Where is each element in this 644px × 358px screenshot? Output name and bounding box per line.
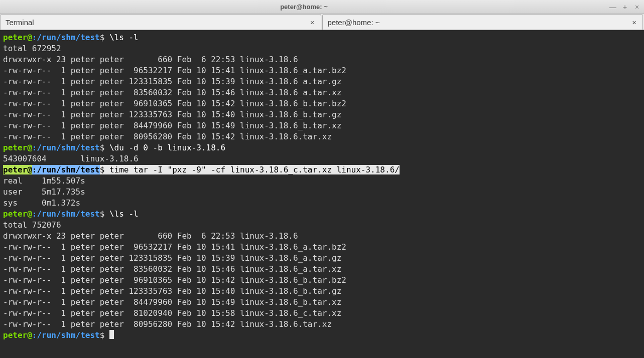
terminal-line: real 1m55.507s	[3, 175, 641, 187]
window-titlebar: peter@home: ~ — + ×	[0, 0, 644, 14]
terminal-line: user 5m17.735s	[3, 187, 641, 198]
tab-terminal[interactable]: Terminal ×	[0, 14, 321, 30]
close-icon[interactable]: ×	[309, 18, 316, 27]
terminal-line: -rw-rw-r-- 1 peter peter 123335763 Feb 1…	[3, 109, 641, 120]
terminal-line: peter@:/run/shm/test$ \ls -l	[3, 209, 641, 220]
window-title: peter@home: ~	[3, 3, 605, 11]
terminal-line: total 752076	[3, 220, 641, 231]
terminal-line: sys 0m1.372s	[3, 198, 641, 209]
terminal-line: -rw-rw-r-- 1 peter peter 123315835 Feb 1…	[3, 253, 641, 264]
tab-label: peter@home: ~	[328, 18, 631, 27]
terminal-line: total 672952	[3, 43, 641, 54]
terminal-line: peter@:/run/shm/test$ \ls -l	[3, 32, 641, 43]
terminal-line: peter@:/run/shm/test$ \du -d 0 -b linux-…	[3, 142, 641, 153]
minimize-button[interactable]: —	[609, 3, 617, 11]
maximize-button[interactable]: +	[621, 3, 629, 11]
tab-shell[interactable]: peter@home: ~ ×	[322, 14, 643, 30]
cursor-icon	[109, 330, 114, 339]
terminal-line: 543007604 linux-3.18.6	[3, 153, 641, 164]
terminal-line: -rw-rw-r-- 1 peter peter 123315835 Feb 1…	[3, 76, 641, 87]
terminal-line: -rw-rw-r-- 1 peter peter 96910365 Feb 10…	[3, 98, 641, 109]
terminal-line: -rw-rw-r-- 1 peter peter 84479960 Feb 10…	[3, 120, 641, 131]
tab-label: Terminal	[6, 18, 309, 27]
terminal-line: -rw-rw-r-- 1 peter peter 96532217 Feb 10…	[3, 65, 641, 76]
terminal-line: drwxrwxr-x 23 peter peter 660 Feb 6 22:5…	[3, 54, 641, 65]
terminal-line: -rw-rw-r-- 1 peter peter 96910365 Feb 10…	[3, 275, 641, 286]
terminal-line-highlighted: peter@:/run/shm/test$ time tar -I "pxz -…	[3, 164, 641, 175]
terminal-line: -rw-rw-r-- 1 peter peter 81020940 Feb 10…	[3, 308, 641, 319]
terminal-line: peter@:/run/shm/test$	[3, 330, 641, 341]
terminal-line: -rw-rw-r-- 1 peter peter 83560032 Feb 10…	[3, 87, 641, 98]
terminal-line: -rw-rw-r-- 1 peter peter 84479960 Feb 10…	[3, 297, 641, 308]
terminal-line: -rw-rw-r-- 1 peter peter 123335763 Feb 1…	[3, 286, 641, 297]
terminal-line: -rw-rw-r-- 1 peter peter 80956280 Feb 10…	[3, 319, 641, 330]
tab-bar: Terminal × peter@home: ~ ×	[0, 14, 644, 30]
close-button[interactable]: ×	[633, 3, 641, 11]
terminal-viewport[interactable]: peter@:/run/shm/test$ \ls -ltotal 672952…	[0, 30, 644, 358]
terminal-line: -rw-rw-r-- 1 peter peter 83560032 Feb 10…	[3, 264, 641, 275]
terminal-line: drwxrwxr-x 23 peter peter 660 Feb 6 22:5…	[3, 231, 641, 242]
terminal-line: -rw-rw-r-- 1 peter peter 80956280 Feb 10…	[3, 131, 641, 142]
close-icon[interactable]: ×	[631, 18, 637, 27]
terminal-line: -rw-rw-r-- 1 peter peter 96532217 Feb 10…	[3, 242, 641, 253]
